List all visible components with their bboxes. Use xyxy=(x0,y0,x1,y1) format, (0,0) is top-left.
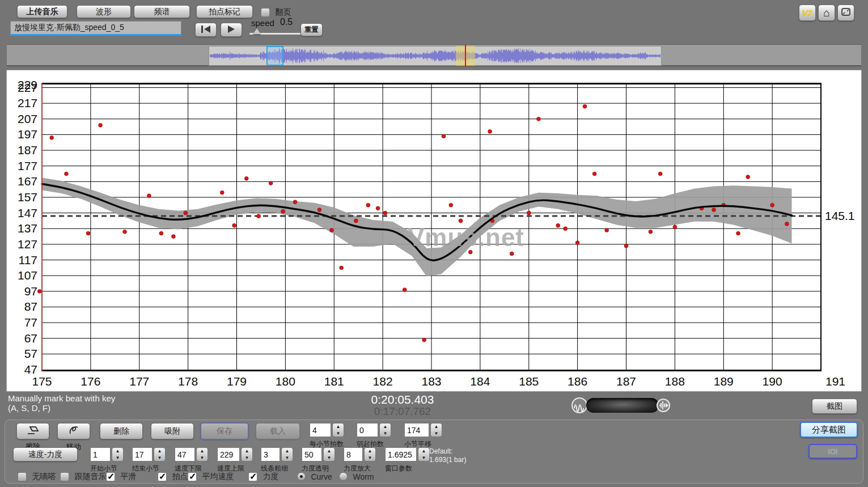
ioi-button[interactable]: IOI xyxy=(808,444,857,459)
step-up-icon[interactable]: ▲ xyxy=(282,448,293,455)
stepper-buttons[interactable]: ▲▼ xyxy=(112,447,124,461)
svg-text:184: 184 xyxy=(470,375,490,388)
radio-worm[interactable]: Worm xyxy=(339,471,374,481)
snap-button[interactable]: 吸附 xyxy=(151,423,194,439)
save-button[interactable]: 保存 xyxy=(200,422,249,440)
stepper-buttons[interactable]: ▲▼ xyxy=(430,423,442,437)
stepper-buttons[interactable]: ▲▼ xyxy=(281,447,293,461)
upload-music-button[interactable]: 上传音乐 xyxy=(17,5,67,18)
step-down-icon[interactable]: ▼ xyxy=(365,455,375,461)
checkbox-icon[interactable] xyxy=(248,472,257,481)
checkbox-icon[interactable] xyxy=(106,472,115,481)
playhead-line[interactable] xyxy=(465,45,466,67)
svg-text:107: 107 xyxy=(18,269,37,282)
checkbox-beats[interactable]: 拍点 xyxy=(158,471,188,482)
end-bar-input[interactable] xyxy=(132,447,153,461)
toolbar-row-1: 擦除 移动 删除 吸附 保存 载入 ▲▼ 每小节拍数 ▲▼ 弱起拍数 xyxy=(5,423,863,448)
filename-input[interactable] xyxy=(10,21,181,36)
checkbox-icon[interactable] xyxy=(188,472,197,481)
home-button[interactable]: ⌂ xyxy=(818,5,835,21)
radio-curve[interactable]: Curve xyxy=(297,471,332,481)
step-up-icon[interactable]: ▲ xyxy=(324,448,335,455)
waveform-button[interactable]: 波形 xyxy=(77,5,131,18)
toolbar-row-3: 无嘀嗒 跟随音乐 平滑 拍点 平均速度 力度 xyxy=(5,471,863,484)
stepper-buttons[interactable]: ▲▼ xyxy=(241,447,253,461)
step-down-icon[interactable]: ▼ xyxy=(112,455,123,461)
checkbox-dynamics[interactable]: 力度 xyxy=(248,471,278,482)
step-down-icon[interactable]: ▼ xyxy=(197,455,208,461)
line-width-input[interactable] xyxy=(261,447,280,461)
radio-icon[interactable] xyxy=(297,472,306,481)
svg-text:167: 167 xyxy=(18,175,37,188)
step-up-icon[interactable]: ▲ xyxy=(380,424,391,430)
share-screenshot-button[interactable]: 分享截图 xyxy=(800,422,858,438)
speed-min-input[interactable] xyxy=(175,447,195,461)
step-up-icon[interactable]: ▲ xyxy=(365,448,375,455)
speed-label: speed xyxy=(251,18,274,28)
screenshot-button[interactable]: 截图 xyxy=(812,399,857,414)
step-down-icon[interactable]: ▼ xyxy=(431,430,442,437)
speed-slider-thumb[interactable] xyxy=(253,28,261,34)
beats-per-bar-input[interactable] xyxy=(310,423,331,437)
page-flip-checkbox[interactable]: 翻页 xyxy=(261,7,291,18)
dynamics-scale-input[interactable] xyxy=(344,447,363,461)
checkbox-icon[interactable] xyxy=(60,472,69,481)
play-button[interactable] xyxy=(221,23,242,37)
checkbox-smooth[interactable]: 平滑 xyxy=(106,471,136,482)
version-button[interactable]: V2 xyxy=(799,5,816,21)
tempo-chart-panel[interactable]: 4757677787971071171271371471571671771871… xyxy=(6,70,862,392)
waveform-selection[interactable] xyxy=(266,46,283,66)
step-down-icon[interactable]: ▼ xyxy=(333,430,344,437)
step-down-icon[interactable]: ▼ xyxy=(380,430,391,437)
radio-icon[interactable] xyxy=(339,472,348,481)
step-down-icon[interactable]: ▼ xyxy=(154,455,165,461)
step-down-icon[interactable]: ▼ xyxy=(282,455,293,461)
step-up-icon[interactable]: ▲ xyxy=(154,448,165,455)
speed-slider[interactable] xyxy=(249,33,304,35)
step-up-icon[interactable]: ▲ xyxy=(418,448,429,455)
move-tool-button[interactable] xyxy=(57,423,90,439)
step-up-icon[interactable]: ▲ xyxy=(333,424,344,430)
speed-max-input[interactable] xyxy=(217,447,240,461)
reset-button[interactable]: 重置 xyxy=(300,23,323,36)
stepper-buttons[interactable]: ▲▼ xyxy=(154,447,166,461)
delete-button[interactable]: 删除 xyxy=(100,423,143,439)
waveform-overview-panel[interactable] xyxy=(7,44,861,66)
pickup-beats-input[interactable] xyxy=(357,423,378,437)
step-down-icon[interactable]: ▼ xyxy=(242,455,252,461)
load-button[interactable]: 载入 xyxy=(256,423,300,439)
dynamics-opacity-input[interactable] xyxy=(302,447,322,461)
stepper-buttons[interactable]: ▲▼ xyxy=(332,423,344,437)
step-up-icon[interactable]: ▲ xyxy=(112,448,123,455)
step-down-icon[interactable]: ▼ xyxy=(418,455,429,461)
volume-slider[interactable] xyxy=(586,398,659,413)
step-up-icon[interactable]: ▲ xyxy=(242,448,252,455)
start-bar-input[interactable] xyxy=(90,447,111,461)
checkbox-average-speed[interactable]: 平均速度 xyxy=(188,471,234,482)
speed-dynamics-mode-button[interactable]: 速度-力度 xyxy=(13,447,78,461)
stepper-buttons[interactable]: ▲▼ xyxy=(379,423,391,437)
checkbox-icon[interactable] xyxy=(261,8,270,17)
svg-text:147: 147 xyxy=(18,206,37,219)
checkbox-no-tick[interactable]: 无嘀嗒 xyxy=(18,471,56,482)
stepper-buttons[interactable]: ▲▼ xyxy=(323,447,335,461)
stepper-buttons[interactable]: ▲▼ xyxy=(418,447,430,461)
wave-small-icon xyxy=(571,397,587,413)
fullscreen-button[interactable] xyxy=(837,5,854,21)
beat-marks-button[interactable]: 拍点标记 xyxy=(196,5,253,18)
tempo-chart[interactable]: 4757677787971071171271371471571671771871… xyxy=(7,70,861,391)
bar-shift-input[interactable] xyxy=(404,423,429,437)
spectrum-button[interactable]: 频谱 xyxy=(134,5,190,18)
skip-to-start-button[interactable] xyxy=(195,23,217,37)
stepper-buttons[interactable]: ▲▼ xyxy=(196,447,208,461)
stepper-buttons[interactable]: ▲▼ xyxy=(364,447,376,461)
window-param-input[interactable] xyxy=(385,447,417,461)
svg-text:183: 183 xyxy=(421,375,441,388)
checkbox-icon[interactable] xyxy=(158,472,167,481)
checkbox-icon[interactable] xyxy=(18,472,27,481)
checkbox-follow-music[interactable]: 跟随音乐 xyxy=(60,471,106,482)
step-up-icon[interactable]: ▲ xyxy=(197,448,208,455)
step-down-icon[interactable]: ▼ xyxy=(324,455,335,461)
erase-tool-button[interactable] xyxy=(16,423,49,439)
step-up-icon[interactable]: ▲ xyxy=(431,424,442,430)
